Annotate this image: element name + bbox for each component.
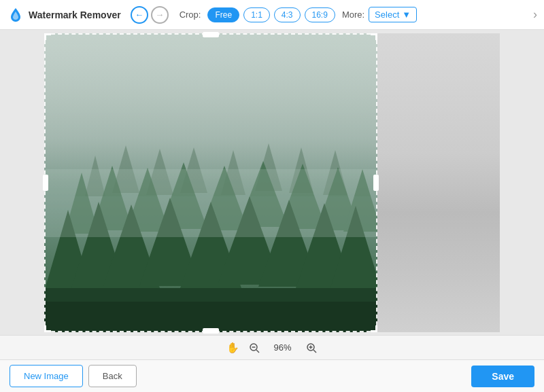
back-button[interactable]: Back <box>88 365 137 387</box>
nav-forward-button[interactable]: → <box>151 6 169 24</box>
save-button[interactable]: Save <box>471 366 534 387</box>
svg-line-36 <box>313 350 316 353</box>
zoom-level-text: 96% <box>269 342 296 353</box>
zoom-in-button[interactable] <box>305 341 318 355</box>
zoom-in-icon <box>306 342 317 353</box>
new-image-button[interactable]: New Image <box>10 365 83 387</box>
select-dropdown-arrow-icon: ▼ <box>402 10 411 20</box>
more-label: More: <box>342 10 364 20</box>
zoom-out-icon <box>249 342 260 353</box>
crop-1-1-button[interactable]: 1:1 <box>243 7 270 22</box>
svg-rect-31 <box>44 169 377 196</box>
nav-back-icon: ← <box>135 10 143 20</box>
zoom-bar: ✋ 96% <box>0 335 544 359</box>
forest-image <box>44 33 377 332</box>
crop-options: Free 1:1 4:3 16:9 <box>207 7 335 22</box>
select-dropdown[interactable]: Select ▼ <box>369 7 417 22</box>
svg-line-33 <box>256 350 259 353</box>
select-label: Select <box>375 10 399 20</box>
canvas-area <box>0 30 544 335</box>
app-logo: Watermark Remover <box>7 6 121 24</box>
svg-rect-29 <box>44 302 377 332</box>
svg-rect-30 <box>44 196 377 237</box>
app-logo-icon <box>7 6 24 24</box>
nav-forward-icon: → <box>155 10 164 20</box>
nav-back-button[interactable]: ← <box>131 6 148 24</box>
image-container <box>44 33 500 332</box>
zoom-out-button[interactable] <box>248 341 261 355</box>
toolbar: Watermark Remover ← → Crop: Free 1:1 4:3… <box>0 0 544 30</box>
crop-label: Crop: <box>180 10 201 20</box>
hand-tool-icon[interactable]: ✋ <box>226 342 239 354</box>
toolbar-right-chevron-icon[interactable]: › <box>533 7 537 22</box>
crop-16-9-button[interactable]: 16:9 <box>305 7 335 22</box>
app-title-text: Watermark Remover <box>29 10 121 20</box>
image-right-fade <box>377 33 500 332</box>
bottom-bar: New Image Back Save <box>0 359 544 392</box>
crop-4-3-button[interactable]: 4:3 <box>274 7 301 22</box>
forest-svg <box>44 33 377 332</box>
crop-free-button[interactable]: Free <box>207 7 239 22</box>
nav-arrows: ← → <box>131 6 169 24</box>
